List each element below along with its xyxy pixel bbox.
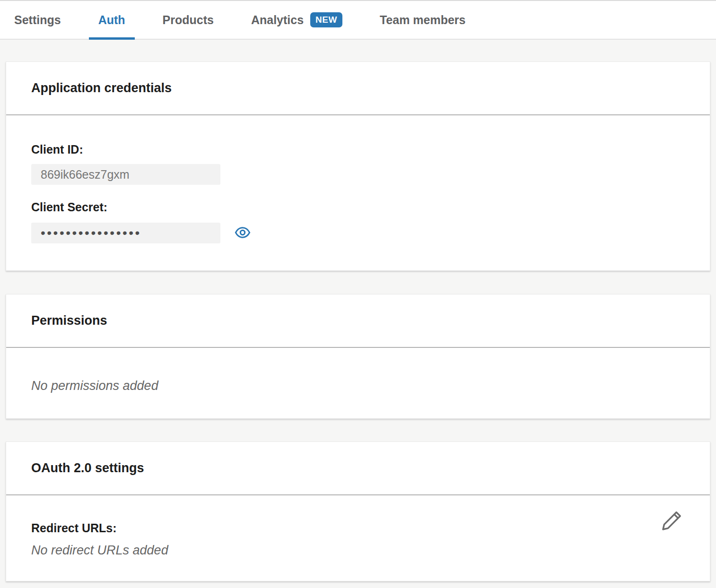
card-body: Redirect URLs: No redirect URLs added [6,495,710,581]
tab-analytics[interactable]: Analytics NEW [242,1,352,39]
no-redirect-urls-text: No redirect URLs added [31,543,685,558]
edit-redirect-urls-button[interactable] [660,510,683,533]
pencil-icon [660,510,683,534]
section-title: OAuth 2.0 settings [31,461,144,476]
tab-team-members[interactable]: Team members [370,1,475,39]
redirect-urls-label: Redirect URLs: [31,521,685,535]
card-header: Permissions [6,294,710,348]
tab-settings[interactable]: Settings [5,1,70,39]
client-id-field[interactable]: 869ik66esz7gxm [31,164,220,185]
card-body: Client ID: 869ik66esz7gxm Client Secret:… [6,115,710,270]
oauth-settings-card: OAuth 2.0 settings Redirect URLs: No red… [6,441,710,581]
tab-label: Team members [380,13,466,27]
tab-auth[interactable]: Auth [89,1,135,39]
card-header: Application credentials [6,62,710,115]
tab-label: Analytics [251,13,304,27]
eye-icon [235,225,251,242]
client-secret-label: Client Secret: [31,200,685,214]
active-tab-indicator [89,37,135,40]
auth-tab-content: Application credentials Client ID: 869ik… [0,61,716,581]
no-permissions-text: No permissions added [31,378,685,393]
application-credentials-card: Application credentials Client ID: 869ik… [6,61,710,271]
section-title: Application credentials [31,81,172,95]
client-id-value: 869ik66esz7gxm [41,168,130,182]
client-secret-row: •••••••••••••••• [31,214,685,243]
permissions-card: Permissions No permissions added [6,294,710,419]
tab-bar: Settings Auth Products Analytics NEW Tea… [0,0,716,40]
tab-label: Settings [14,13,61,27]
show-secret-button[interactable] [235,225,251,241]
client-secret-masked-value: •••••••••••••••• [41,225,141,241]
client-secret-field[interactable]: •••••••••••••••• [31,223,220,243]
tab-label: Products [163,13,214,27]
card-header: OAuth 2.0 settings [6,442,710,495]
new-badge: NEW [310,12,342,27]
card-body: No permissions added [6,348,710,418]
tab-products[interactable]: Products [153,1,223,39]
tab-label: Auth [98,13,125,27]
section-title: Permissions [31,313,107,328]
client-id-label: Client ID: [31,142,685,156]
